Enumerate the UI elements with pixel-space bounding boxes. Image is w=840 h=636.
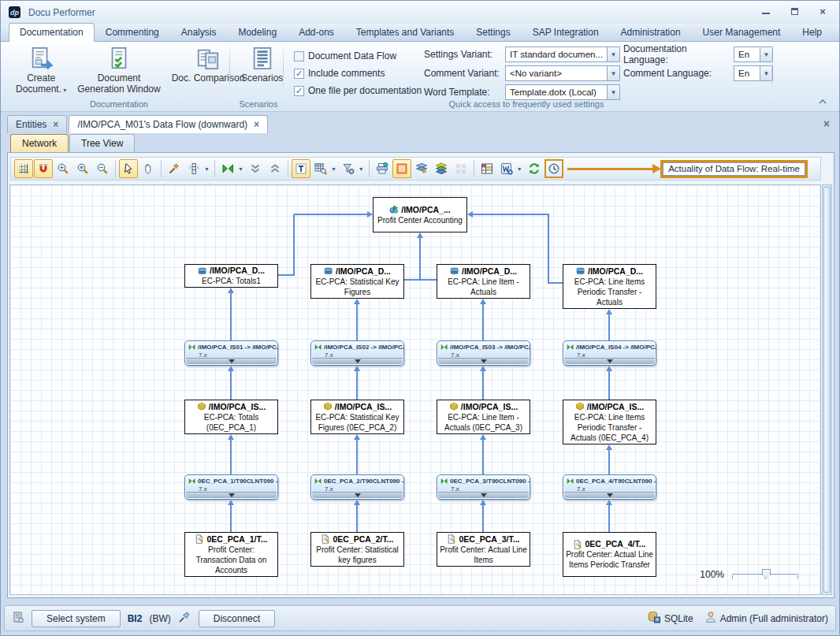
restore-button[interactable] (789, 6, 800, 17)
diagram-canvas[interactable]: 100% /IMO/PCA_...Profit Center Accountin… (9, 184, 821, 595)
toolbar-pan-hand-icon[interactable] (139, 159, 158, 178)
ribbon-button-document-generation-window[interactable]: DocumentGeneration Window (72, 44, 165, 97)
toolbar-actuality-clock-icon[interactable] (545, 159, 563, 178)
tab-close-icon[interactable]: × (53, 119, 58, 130)
ribbon-tab-templates-and-variants[interactable]: Templates and Variants (345, 23, 466, 41)
toolbar-frame-color-icon[interactable] (392, 159, 411, 178)
diagram-node-u3[interactable]: 0EC_PCA_3/T90CLNT090 -> /I...7.x (437, 474, 530, 500)
toolbar-pointer-icon[interactable] (119, 159, 138, 178)
diagram-node-u4[interactable]: 0EC_PCA_4/T90CLNT090 -> /I...7.x (563, 474, 656, 500)
transformation-collapse-band[interactable] (438, 358, 529, 364)
dropdown-arrow-icon[interactable]: ▼ (517, 166, 522, 172)
checkbox-box[interactable]: ✓ (294, 86, 304, 96)
transformation-collapse-band[interactable] (564, 492, 655, 498)
toolbar-layers-color-icon[interactable] (432, 159, 451, 178)
minimize-button[interactable] (760, 6, 771, 17)
checkbox-include-comments[interactable]: ✓Include comments (294, 65, 422, 82)
diagram-node-u1[interactable]: 0EC_PCA_1/T90CLNT090 -> /I...7.x (184, 474, 278, 500)
toolbar-print-icon[interactable] (373, 159, 392, 178)
select-box[interactable]: En▼ (734, 46, 773, 62)
ribbon-tab-settings[interactable]: Settings (465, 23, 521, 41)
toolbar-grid-snap-icon[interactable] (14, 159, 33, 178)
dropdown-arrow-icon[interactable]: ▼ (359, 166, 364, 172)
select-box[interactable]: <No variant>▼ (505, 65, 620, 81)
select-system-button[interactable]: Select system (32, 610, 121, 627)
toolbar-pixel-grid-icon[interactable] (452, 159, 470, 178)
chevron-down-icon[interactable]: ▼ (760, 47, 772, 61)
zoom-slider-thumb[interactable] (762, 569, 771, 579)
database-label[interactable]: SQLite (664, 613, 693, 624)
vertical-scrollbar-thumb[interactable] (823, 187, 831, 593)
dropdown-arrow-icon[interactable]: ▼ (331, 166, 336, 172)
user-label[interactable]: Admin (Full administrator) (720, 613, 828, 624)
ribbon-button-create-document-[interactable]: CreateDocument. ▾ (10, 44, 72, 99)
ribbon-tab-user-management[interactable]: User Management (692, 23, 792, 41)
ribbon-tab-add-ons[interactable]: Add-ons (288, 23, 345, 41)
toolbar-collapse-all-icon[interactable] (266, 159, 284, 178)
toolbar-transformation-icon[interactable] (218, 159, 237, 178)
toolbar-magnet-icon[interactable] (34, 159, 53, 178)
close-button[interactable]: × (817, 6, 828, 17)
select-box[interactable]: En▼ (734, 65, 773, 81)
transformation-collapse-band[interactable] (186, 492, 277, 498)
dropdown-arrow-icon[interactable]: ▼ (204, 166, 210, 172)
toolbar-layers-edit-icon[interactable] (412, 159, 431, 178)
chevron-down-icon[interactable]: ▼ (607, 85, 619, 99)
toolbar-row-layout-icon[interactable] (184, 159, 203, 178)
dropdown-arrow-icon[interactable]: ▼ (238, 166, 243, 172)
chevron-down-icon[interactable]: ▼ (607, 47, 619, 61)
toolbar-refresh-icon[interactable] (525, 159, 544, 178)
document-tab[interactable]: /IMO/PCA_M01's Data Flow (downward)× (69, 115, 268, 133)
ribbon-tab-modeling[interactable]: Modeling (227, 23, 288, 41)
ribbon-tab-help[interactable]: Help (791, 23, 833, 41)
transformation-collapse-band[interactable] (438, 492, 529, 498)
diagram-node-s4[interactable]: /IMO/PCA_IS...EC-PCA: Line Items Periodi… (563, 400, 656, 444)
toolbar-zoom-fit-icon[interactable] (73, 159, 92, 178)
toolbar-text-icon[interactable] (292, 159, 310, 178)
diagram-node-ds2[interactable]: 0EC_PCA_2/T...Profit Center: Statistical… (310, 532, 404, 567)
toolbar-table-search-icon[interactable] (311, 159, 330, 178)
toolbar-filter-icon[interactable] (339, 159, 358, 178)
diagram-node-top[interactable]: /IMO/PCA_...Profit Center Accounting (373, 197, 467, 232)
select-box[interactable]: IT standard documen...▼ (505, 46, 620, 62)
diagram-node-u2[interactable]: 0EC_PCA_2/T90CLNT090 -> /I...7.x (310, 474, 404, 500)
diagram-node-s2[interactable]: /IMO/PCA_IS...EC-PCA: Statistical Key Fi… (310, 400, 404, 434)
collapse-ribbon-chevron-icon[interactable] (816, 95, 830, 108)
checkbox-document-data-flow[interactable]: Document Data Flow (294, 47, 422, 65)
document-tab[interactable]: Entities× (7, 115, 67, 133)
diagram-node-t1[interactable]: /IMO/PCA_IS01 -> /IMO/PCA...7.x (184, 340, 278, 366)
zoom-slider[interactable] (732, 569, 798, 580)
tab-close-icon[interactable]: × (254, 119, 259, 130)
diagram-node-ds3[interactable]: 0EC_PCA_3/T...Profit Center: Actual Line… (437, 532, 530, 567)
ribbon-tab-documentation[interactable]: Documentation (9, 23, 95, 42)
chevron-down-icon[interactable]: ▼ (607, 66, 619, 80)
diagram-node-t2[interactable]: /IMO/PCA_IS02 -> /IMO/PCA...7.x (310, 340, 404, 366)
diagram-node-s3[interactable]: /IMO/PCA_IS...EC-PCA: Line Item - Actual… (437, 400, 530, 434)
checkbox-box[interactable]: ✓ (294, 69, 304, 79)
transformation-collapse-band[interactable] (312, 492, 403, 498)
diagram-node-t4[interactable]: /IMO/PCA_IS04 -> /IMO/PCA...7.x (563, 340, 656, 366)
ribbon-tab-sap-integration[interactable]: SAP Integration (522, 23, 610, 41)
checkbox-one-file-per-documentation[interactable]: ✓One file per documentation (294, 82, 422, 99)
ribbon-tab-commenting[interactable]: Commenting (95, 23, 170, 41)
toolbar-word-export-icon[interactable] (497, 159, 516, 178)
transformation-collapse-band[interactable] (564, 358, 655, 364)
diagram-node-t3[interactable]: /IMO/PCA_IS03 -> /IMO/PCA...7.x (437, 340, 530, 366)
diagram-node-d3[interactable]: /IMO/PCA_D...EC-PCA: Line Item - Actuals (437, 264, 530, 299)
view-tab-tree-view[interactable]: Tree View (69, 134, 135, 152)
toolbar-zoom-out-icon[interactable] (93, 159, 112, 178)
toolbar-zoom-in-icon[interactable] (54, 159, 72, 178)
transformation-collapse-band[interactable] (186, 358, 277, 364)
select-box[interactable]: Template.dotx (Local)▼ (505, 84, 620, 100)
ribbon-button-scenarios[interactable]: Scenarios (236, 44, 288, 86)
checkbox-box[interactable] (294, 51, 304, 61)
diagram-node-d2[interactable]: /IMO/PCA_D...EC-PCA: Statistical Key Fig… (310, 264, 404, 299)
transformation-collapse-band[interactable] (312, 358, 403, 364)
toolbar-expand-all-icon[interactable] (246, 159, 265, 178)
close-document-icon[interactable]: × (823, 117, 830, 130)
diagram-node-d1[interactable]: /IMO/PCA_D...EC-PCA: Totals1 (184, 264, 278, 288)
chevron-down-icon[interactable]: ▼ (760, 66, 772, 80)
view-tab-network[interactable]: Network (10, 134, 69, 152)
vertical-scrollbar[interactable] (822, 184, 832, 595)
diagram-node-s1[interactable]: /IMO/PCA_IS...EC-PCA: Totals (0EC_PCA_1) (184, 400, 278, 434)
